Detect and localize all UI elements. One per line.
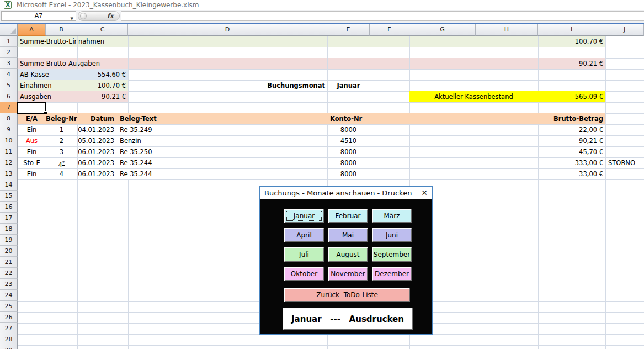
row-header-18[interactable]: 18 — [0, 224, 18, 235]
cell-datum-row9[interactable]: 04.01.2023 — [77, 124, 118, 135]
row-header-27[interactable]: 27 — [0, 323, 18, 334]
cell-datum-row10[interactable]: 05.01.2023 — [77, 135, 118, 146]
row-header-25[interactable]: 25 — [0, 301, 18, 312]
row-header-19[interactable]: 19 — [0, 235, 18, 246]
cell-betrag-row11[interactable]: 45,70 € — [538, 146, 605, 157]
header-brutto-betrag[interactable]: Brutto-Betrag — [538, 113, 605, 124]
print-month-button[interactable]: Januar --- Ausdrucken — [283, 308, 413, 330]
row-header-3[interactable]: 3 — [0, 58, 18, 69]
row-header-17[interactable]: 17 — [0, 213, 18, 224]
row-header-22[interactable]: 22 — [0, 268, 18, 279]
cell-beleg-row12[interactable]: 4* — [46, 157, 77, 168]
dialog-close-icon[interactable]: ✕ — [419, 187, 430, 198]
cell-text-row11[interactable]: Re 35.250 — [118, 146, 327, 157]
insert-function-button[interactable]: fx — [78, 11, 120, 21]
row-header-9[interactable]: 9 — [0, 124, 18, 135]
column-header-E[interactable]: E — [327, 24, 370, 36]
cell-beleg-row13[interactable]: 4 — [46, 168, 77, 179]
cell-beleg-row10[interactable]: 2 — [46, 135, 77, 146]
column-header-B[interactable]: B — [46, 24, 77, 36]
cell-konto-row9[interactable]: 8000 — [327, 124, 370, 135]
cell-betrag-row13[interactable]: 33,00 € — [538, 168, 605, 179]
cell-betrag-row9[interactable]: 22,00 € — [538, 124, 605, 135]
column-header-I[interactable]: I — [538, 24, 605, 36]
formula-input[interactable] — [121, 11, 644, 21]
row-header-13[interactable]: 13 — [0, 168, 18, 179]
row-header-15[interactable]: 15 — [0, 191, 18, 202]
row-header-2[interactable]: 2 — [0, 47, 18, 58]
row-header-24[interactable]: 24 — [0, 290, 18, 301]
row-header-20[interactable]: 20 — [0, 246, 18, 257]
cell-D5-buchungsmonat-label[interactable]: Buchungsmonat — [118, 80, 327, 91]
column-header-G[interactable]: G — [409, 24, 476, 36]
month-button-mrz[interactable]: März — [372, 209, 412, 223]
cell-note-row12[interactable]: STORNO — [605, 157, 643, 168]
cell-konto-row11[interactable]: 8000 — [327, 146, 370, 157]
cell-datum-row11[interactable]: 06.01.2023 — [77, 146, 118, 157]
month-button-juni[interactable]: Juni — [372, 228, 412, 242]
cell-datum-row13[interactable]: 06.01.2023 — [77, 168, 118, 179]
row-header-16[interactable]: 16 — [0, 202, 18, 213]
column-header-C[interactable]: C — [77, 24, 128, 36]
cell-G6-kassenbestand-label[interactable]: Aktueller Kassenbestand — [409, 91, 538, 102]
header-konto-nr[interactable]: Konto-Nr — [327, 113, 370, 124]
row-header-23[interactable]: 23 — [0, 279, 18, 290]
row-header-5[interactable]: 5 — [0, 80, 18, 91]
cell-A1-summe-einnahmen[interactable]: Summe-Brutto-Einnahmen — [18, 36, 605, 47]
dialog-title-bar[interactable]: Buchungs - Monate anschauen - Drucken ✕ — [260, 187, 432, 199]
month-button-november[interactable]: November — [328, 267, 368, 281]
month-button-dezember[interactable]: Dezember — [372, 267, 412, 281]
header-beleg-text[interactable]: Beleg-Text — [118, 113, 327, 124]
name-box-dropdown-icon[interactable]: ▼ — [71, 14, 73, 23]
row-header-6[interactable]: 6 — [0, 91, 18, 102]
row-header-4[interactable]: 4 — [0, 69, 18, 80]
row-header-1[interactable]: 1 — [0, 36, 18, 47]
fill-handle[interactable] — [44, 111, 47, 114]
name-box[interactable]: A7 ▼ — [1, 11, 76, 21]
month-button-oktober[interactable]: Oktober — [284, 267, 324, 281]
column-header-D[interactable]: D — [128, 24, 327, 36]
row-header-7[interactable]: 7 — [0, 102, 18, 113]
cell-konto-row12[interactable]: 8000 — [327, 157, 370, 168]
row-header-28[interactable]: 28 — [0, 334, 18, 345]
cell-datum-row12[interactable]: 06.01.2023 — [77, 157, 118, 168]
column-header-J[interactable]: J — [605, 24, 644, 36]
selected-cell-A7[interactable] — [17, 102, 46, 114]
cell-konto-row13[interactable]: 8000 — [327, 168, 370, 179]
cell-ea-row10[interactable]: Aus — [18, 135, 46, 146]
row-header-10[interactable]: 10 — [0, 135, 18, 146]
column-header-A[interactable]: A — [18, 24, 46, 36]
row-header-26[interactable]: 26 — [0, 312, 18, 323]
month-button-februar[interactable]: Februar — [328, 209, 368, 223]
cell-C6-ausgaben-value[interactable]: 90,21 € — [77, 91, 128, 102]
cell-beleg-row11[interactable]: 3 — [46, 146, 77, 157]
cell-text-row12[interactable]: Re 35.244 — [118, 157, 327, 168]
cell-I6-kassenbestand-value[interactable]: 565,09 € — [538, 91, 605, 102]
cell-E5-buchungsmonat-value[interactable]: Januar — [327, 80, 370, 91]
cell-C4-ab-kasse-value[interactable]: 554,60 € — [77, 69, 128, 80]
header-ea[interactable]: E/A — [18, 113, 46, 124]
column-header-H[interactable]: H — [476, 24, 538, 36]
month-button-april[interactable]: April — [284, 228, 324, 242]
cell-ea-row13[interactable]: Ein — [18, 168, 46, 179]
cell-ea-row9[interactable]: Ein — [18, 124, 46, 135]
row-header-29[interactable]: 29 — [0, 345, 18, 349]
month-button-september[interactable]: September — [372, 247, 412, 262]
cell-konto-row10[interactable]: 4510 — [327, 135, 370, 146]
select-all-corner[interactable] — [0, 24, 18, 36]
cell-text-row9[interactable]: Re 35.249 — [118, 124, 327, 135]
back-todo-button[interactable]: Zurück ToDo-Liste — [284, 288, 410, 302]
cell-ea-row12[interactable]: Sto-E — [18, 157, 46, 168]
cell-text-row10[interactable]: Benzin — [118, 135, 327, 146]
cell-beleg-row9[interactable]: 1 — [46, 124, 77, 135]
row-header-11[interactable]: 11 — [0, 146, 18, 157]
month-button-juli[interactable]: Juli — [284, 247, 324, 262]
row-header-8[interactable]: 8 — [0, 113, 18, 124]
cell-I1-einnahmen-value[interactable]: 100,70 € — [538, 36, 605, 47]
month-button-mai[interactable]: Mai — [328, 228, 368, 242]
row-header-21[interactable]: 21 — [0, 257, 18, 268]
cell-betrag-row12[interactable]: 333,00 € — [538, 157, 605, 168]
cell-I3-ausgaben-value[interactable]: 90,21 € — [538, 58, 605, 69]
column-header-F[interactable]: F — [370, 24, 409, 36]
row-header-12[interactable]: 12 — [0, 157, 18, 168]
